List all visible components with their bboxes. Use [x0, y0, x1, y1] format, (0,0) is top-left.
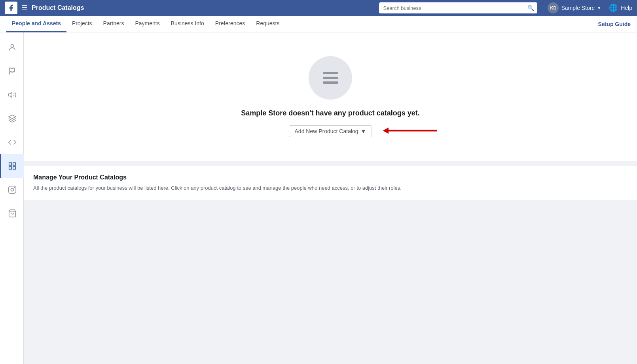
manage-section: Manage Your Product Catalogs All the pro… [24, 166, 637, 200]
sidebar-item-cube[interactable] [0, 107, 24, 130]
nav-item-requests[interactable]: Requests [250, 16, 285, 32]
svg-rect-7 [9, 186, 16, 193]
topbar-page-title: Product Catalogs [32, 4, 84, 11]
store-selector[interactable]: KD Sample Store ▼ [548, 2, 601, 13]
help-label[interactable]: Help [621, 5, 632, 11]
nav-item-partners[interactable]: Partners [98, 16, 130, 32]
nav-item-business-info[interactable]: Business Info [165, 16, 210, 32]
help-section: 🌐 Help [609, 4, 632, 12]
nav-item-people-assets[interactable]: People and Assets [6, 16, 66, 32]
facebook-logo [5, 2, 17, 14]
sidebar-item-person[interactable] [0, 36, 24, 59]
svg-point-8 [11, 188, 13, 191]
nav-item-projects[interactable]: Projects [66, 16, 98, 32]
svg-rect-4 [13, 163, 15, 165]
search-bar: 🔍 [379, 2, 537, 13]
add-new-product-catalog-button[interactable]: Add New Product Catalog ▼ [289, 125, 372, 137]
svg-rect-11 [323, 72, 338, 74]
sidebar-item-code[interactable] [0, 130, 24, 154]
add-catalog-wrapper: Add New Product Catalog ▼ [289, 125, 372, 137]
svg-rect-12 [323, 77, 338, 79]
sidebar-item-instagram[interactable] [0, 178, 24, 202]
content-area: Sample Store doesn't have any product ca… [24, 32, 637, 364]
add-catalog-label: Add New Product Catalog [295, 128, 358, 134]
sidebar-item-ads[interactable] [0, 83, 24, 107]
store-avatar: KD [548, 2, 559, 13]
catalog-empty-icon [309, 56, 352, 100]
dropdown-arrow-icon: ▼ [361, 128, 366, 134]
secondary-nav: People and Assets Projects Partners Paym… [0, 16, 637, 32]
search-input[interactable] [379, 2, 537, 13]
sidebar-item-flag[interactable] [0, 59, 24, 83]
manage-title: Manage Your Product Catalogs [33, 174, 628, 181]
svg-rect-3 [9, 163, 11, 165]
globe-icon[interactable]: 🌐 [609, 4, 618, 12]
svg-point-9 [14, 188, 15, 188]
setup-guide-link[interactable]: Setup Guide [598, 21, 631, 27]
store-name: Sample Store [561, 5, 595, 11]
svg-rect-13 [323, 81, 338, 84]
nav-item-preferences[interactable]: Preferences [210, 16, 250, 32]
svg-marker-15 [383, 128, 389, 134]
manage-description: All the product catalogs for your busine… [33, 184, 628, 192]
svg-rect-5 [13, 167, 15, 169]
sidebar-item-shop[interactable] [0, 202, 24, 225]
empty-state-message: Sample Store doesn't have any product ca… [241, 109, 419, 117]
sidebar [0, 32, 24, 364]
sidebar-item-catalogs[interactable] [0, 154, 24, 178]
svg-point-0 [11, 45, 13, 47]
hamburger-icon[interactable]: ☰ [21, 4, 28, 12]
svg-marker-2 [9, 92, 12, 98]
red-arrow-annotation [376, 123, 439, 140]
main-layout: Sample Store doesn't have any product ca… [0, 32, 637, 364]
empty-state-section: Sample Store doesn't have any product ca… [24, 32, 637, 161]
chevron-down-icon: ▼ [597, 6, 601, 10]
svg-rect-6 [9, 167, 11, 169]
topbar: ☰ Product Catalogs 🔍 KD Sample Store ▼ 🌐… [0, 0, 637, 16]
nav-item-payments[interactable]: Payments [129, 16, 165, 32]
search-icon: 🔍 [527, 5, 534, 11]
